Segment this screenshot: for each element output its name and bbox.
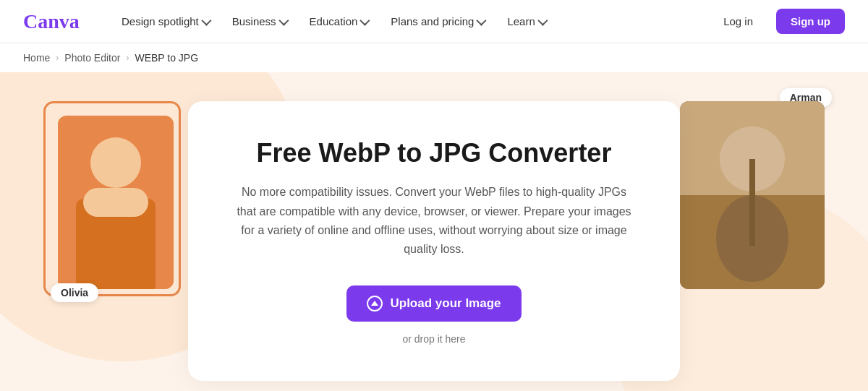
deco-left-image [58,116,174,289]
nav-label-learn: Learn [507,15,535,27]
breadcrumb: Home › Photo Editor › WEBP to JPG [0,43,868,72]
upload-button[interactable]: Upload your Image [346,285,521,322]
chevron-down-icon [201,15,211,25]
login-button[interactable]: Log in [709,9,767,34]
svg-text:Canva: Canva [23,10,80,33]
deco-right-panel: Arman [680,101,825,289]
signup-button[interactable]: Sign up [776,9,845,34]
breadcrumb-separator: › [56,53,59,63]
nav-item-business[interactable]: Business [222,9,297,33]
nav-items: Design spotlight Business Education Plan… [111,9,709,33]
nav-right: Log in Sign up [709,9,845,34]
hero-section: Olivia Free WebP to JPG Converter No mor… [0,72,868,391]
label-olivia: Olivia [51,283,98,302]
canva-logo[interactable]: Canva [23,9,88,35]
chevron-down-icon [477,15,487,25]
upload-button-label: Upload your Image [390,296,501,311]
breadcrumb-photo-editor[interactable]: Photo Editor [64,52,120,64]
breadcrumb-current: WEBP to JPG [135,52,198,64]
nav-item-plans-pricing[interactable]: Plans and pricing [380,9,494,33]
drop-text: or drop it here [231,333,637,345]
svg-point-3 [90,137,141,188]
nav-label-education: Education [310,15,358,27]
breadcrumb-separator-2: › [126,53,129,63]
nav-item-design-spotlight[interactable]: Design spotlight [111,9,219,33]
nav-item-learn[interactable]: Learn [497,9,555,33]
deco-left-panel: Olivia [58,116,174,289]
hero-description: No more compatibility issues. Convert yo… [231,183,637,259]
svg-rect-10 [749,159,755,246]
nav-item-education[interactable]: Education [299,9,378,33]
navbar: Canva Design spotlight Business Educatio… [0,0,868,43]
converter-card: Free WebP to JPG Converter No more compa… [188,101,680,381]
nav-label-plans-pricing: Plans and pricing [391,15,474,27]
svg-rect-5 [83,188,148,217]
breadcrumb-home[interactable]: Home [23,52,50,64]
chevron-down-icon [278,15,289,25]
nav-label-business: Business [232,15,276,27]
nav-label-design-spotlight: Design spotlight [122,15,199,27]
hero-title: Free WebP to JPG Converter [231,137,637,168]
chevron-down-icon [537,15,548,25]
upload-arrow-icon [371,301,378,306]
deco-right-image [680,101,825,289]
upload-icon [367,296,383,311]
chevron-down-icon [360,15,370,25]
